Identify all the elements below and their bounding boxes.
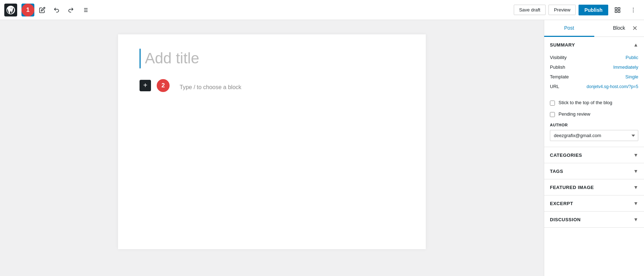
pencil-icon [39,7,45,13]
author-section: AUTHOR deezgrafix@gmail.com [544,120,644,147]
preview-button[interactable]: Preview [548,5,576,15]
summary-title: Summary [550,42,575,48]
stick-top-label: Stick to the top of the blog [558,100,612,105]
undo-button[interactable] [50,4,63,16]
categories-title: Categories [550,152,582,158]
list-view-button[interactable] [79,4,92,16]
featured-image-section: Featured image ▼ [544,179,644,195]
featured-image-header[interactable]: Featured image ▼ [544,179,644,195]
badge-1: 1 [21,4,34,16]
svg-rect-9 [615,10,617,12]
summary-body: Visibility Public Publish Immediately Te… [544,53,644,97]
discussion-header[interactable]: Discussion ▼ [544,212,644,227]
inline-add-block-button[interactable]: + [140,80,151,91]
publish-button[interactable]: Publish [579,5,608,15]
sidebar: Post Block ✕ Summary ▲ Visibility Public… [544,20,644,276]
template-value[interactable]: Single [625,74,638,79]
svg-point-11 [633,9,634,10]
svg-rect-8 [618,10,620,12]
undo-icon [53,7,60,13]
publish-row: Publish Immediately [550,62,638,72]
wp-logo [4,4,17,16]
visibility-value[interactable]: Public [626,55,638,60]
post-title-input[interactable] [140,49,404,68]
excerpt-chevron-icon: ▼ [633,200,638,206]
summary-header[interactable]: Summary ▲ [544,37,644,53]
more-options-button[interactable] [627,4,640,16]
toolbar-left: + 1 [4,4,514,16]
svg-rect-7 [618,8,620,9]
tags-chevron-icon: ▼ [633,168,638,174]
svg-point-10 [633,8,634,8]
editor-canvas: + 2 Type / to choose a block [118,34,426,249]
stick-top-row: Stick to the top of the blog [544,97,644,108]
categories-header[interactable]: Categories ▼ [544,147,644,163]
excerpt-section: Excerpt ▼ [544,195,644,212]
url-row: URL donjetv4.sg-host.com/?p=5 [550,82,638,91]
editor-area: + 2 Type / to choose a block [0,20,544,276]
excerpt-header[interactable]: Excerpt ▼ [544,195,644,211]
svg-point-12 [633,11,634,12]
url-value[interactable]: donjetv4.sg-host.com/?p=5 [587,84,638,89]
visibility-row: Visibility Public [550,53,638,62]
badge-2: 2 [157,79,170,92]
visibility-label: Visibility [550,55,567,60]
toolbar-right: Save draft Preview Publish [514,4,640,16]
list-icon [82,7,88,13]
tab-post[interactable]: Post [544,20,594,37]
tags-title: Tags [550,169,563,174]
main-content: + 2 Type / to choose a block Post Block … [0,20,644,276]
redo-button[interactable] [64,4,77,16]
excerpt-title: Excerpt [550,201,573,206]
author-label: AUTHOR [550,123,638,127]
tags-header[interactable]: Tags ▼ [544,163,644,179]
featured-image-chevron-icon: ▼ [633,184,638,190]
close-sidebar-button[interactable]: ✕ [630,23,640,33]
categories-chevron-icon: ▼ [633,152,638,158]
summary-chevron-icon: ▲ [633,42,638,48]
pending-review-label: Pending review [558,111,590,117]
wordpress-icon [6,6,15,14]
redo-icon [68,7,74,13]
discussion-title: Discussion [550,217,581,222]
block-placeholder-text[interactable]: Type / to choose a block [175,84,241,91]
discussion-section: Discussion ▼ [544,212,644,228]
url-label: URL [550,84,559,89]
block-area: + 2 Type / to choose a block [140,79,404,92]
save-draft-button[interactable]: Save draft [514,5,546,15]
svg-rect-6 [615,8,617,9]
publish-value[interactable]: Immediately [613,64,638,70]
pending-review-row: Pending review [544,108,644,120]
sidebar-tabs: Post Block ✕ [544,20,644,37]
author-select[interactable]: deezgrafix@gmail.com [550,130,638,141]
template-label: Template [550,74,569,79]
settings-icon [614,7,621,13]
pending-review-checkbox[interactable] [550,112,555,117]
template-row: Template Single [550,72,638,82]
publish-label: Publish [550,64,565,70]
more-icon [630,7,636,13]
discussion-chevron-icon: ▼ [633,217,638,222]
summary-section: Summary ▲ Visibility Public Publish Imme… [544,37,644,147]
stick-top-checkbox[interactable] [550,101,555,106]
settings-button[interactable] [611,4,624,16]
categories-section: Categories ▼ [544,147,644,163]
featured-image-title: Featured image [550,185,594,190]
sidebar-content: Summary ▲ Visibility Public Publish Imme… [544,37,644,276]
toolbar: + 1 Save draft Preview Publish [0,0,644,20]
edit-button[interactable] [36,4,49,16]
tags-section: Tags ▼ [544,163,644,179]
